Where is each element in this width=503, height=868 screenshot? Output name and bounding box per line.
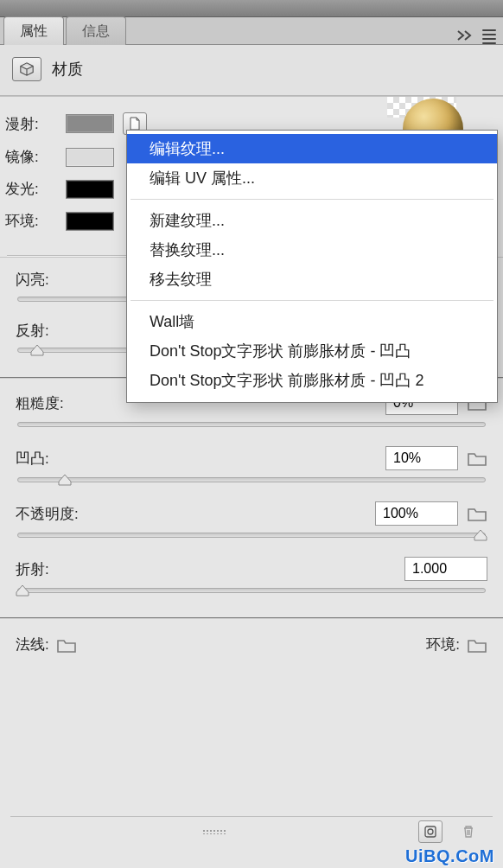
watermark: UiBQ.CoM: [405, 846, 494, 866]
swatch-glow[interactable]: [66, 180, 114, 199]
label-environment: 环境:: [5, 211, 57, 231]
tab-properties[interactable]: 属性: [3, 16, 64, 45]
slider-bump[interactable]: [17, 477, 486, 482]
window-chrome: [0, 0, 503, 17]
panel-menu-icon[interactable]: [482, 29, 496, 44]
maps-row: 法线: 环境:: [0, 617, 503, 673]
label-bump: 凹凸:: [16, 449, 49, 469]
slider-section-2: 粗糙度: 凹凸: 不透明度:: [0, 377, 503, 617]
menu-texture-item-2[interactable]: Don't Stop文字形状 前膨胀材质 - 凹凸 2: [127, 366, 497, 395]
tab-info[interactable]: 信息: [66, 16, 126, 45]
svg-point-1: [428, 829, 433, 834]
swatch-diffuse[interactable]: [66, 114, 114, 133]
label-normal: 法线:: [16, 635, 49, 654]
panel-title: 材质: [52, 59, 83, 80]
collapse-icon[interactable]: [456, 29, 474, 44]
menu-remove-texture[interactable]: 移去纹理: [127, 265, 497, 294]
svg-rect-0: [425, 827, 436, 837]
menu-texture-item-1[interactable]: Don't Stop文字形状 前膨胀材质 - 凹凸: [127, 336, 497, 366]
label-glow: 发光:: [5, 179, 57, 199]
label-roughness: 粗糙度:: [16, 393, 64, 413]
slider-roughness[interactable]: [17, 422, 486, 427]
slider-opacity[interactable]: [17, 533, 486, 538]
input-bump[interactable]: [385, 446, 458, 470]
panel-header: 材质: [0, 45, 503, 96]
menu-edit-texture[interactable]: 编辑纹理...: [127, 134, 497, 163]
label-refraction: 折射:: [16, 559, 49, 579]
label-shine: 闪亮:: [16, 270, 49, 290]
label-env-map: 环境:: [426, 635, 460, 654]
label-opacity: 不透明度:: [16, 504, 79, 524]
panel-footer: [10, 816, 493, 846]
input-opacity[interactable]: [375, 501, 458, 526]
panel-tabs: 属性 信息: [0, 17, 503, 45]
menu-replace-texture[interactable]: 替换纹理...: [127, 235, 497, 265]
render-settings-button[interactable]: [418, 820, 443, 843]
folder-normal-icon[interactable]: [56, 636, 77, 654]
folder-bump-icon[interactable]: [467, 450, 487, 467]
material-icon: [12, 57, 41, 81]
menu-new-texture[interactable]: 新建纹理...: [127, 206, 497, 235]
texture-context-menu: 编辑纹理... 编辑 UV 属性... 新建纹理... 替换纹理... 移去纹理…: [126, 130, 498, 403]
folder-env-icon[interactable]: [467, 636, 487, 654]
menu-edit-uv[interactable]: 编辑 UV 属性...: [127, 163, 497, 193]
slider-refraction[interactable]: [17, 588, 486, 593]
swatch-environment[interactable]: [66, 212, 114, 231]
label-specular: 镜像:: [5, 147, 57, 167]
label-diffuse: 漫射:: [5, 114, 57, 134]
delete-button[interactable]: [456, 820, 481, 843]
label-reflect: 反射:: [16, 321, 49, 341]
menu-texture-wall[interactable]: Wall墙: [127, 307, 497, 336]
swatch-specular[interactable]: [66, 148, 114, 167]
input-refraction[interactable]: [404, 557, 487, 581]
folder-opacity-icon[interactable]: [467, 505, 487, 522]
